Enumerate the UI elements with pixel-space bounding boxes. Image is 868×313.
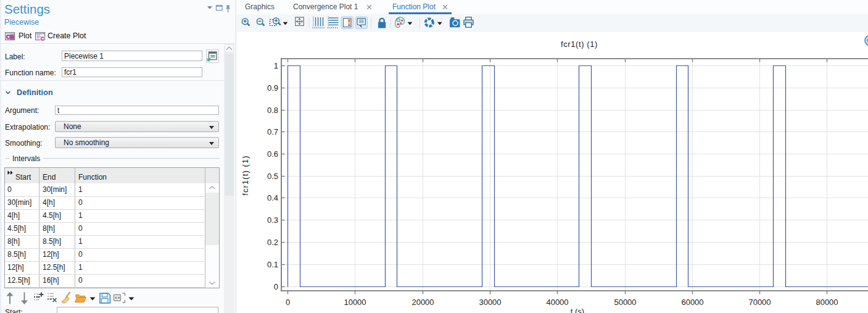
svg-text:10000: 10000 <box>344 298 366 307</box>
svg-text:0.6: 0.6 <box>267 149 278 159</box>
svg-text:fcr1(t) (1): fcr1(t) (1) <box>561 40 598 49</box>
svg-text:0.8: 0.8 <box>267 106 278 115</box>
svg-text:30000: 30000 <box>479 298 501 307</box>
svg-text:40000: 40000 <box>546 298 568 307</box>
svg-text:1: 1 <box>274 61 278 70</box>
svg-text:0.5: 0.5 <box>267 172 278 181</box>
svg-text:0.1: 0.1 <box>267 260 278 269</box>
svg-text:0: 0 <box>274 282 278 291</box>
svg-text:fcr1(t) (1): fcr1(t) (1) <box>241 155 250 196</box>
svg-text:t (s): t (s) <box>571 307 584 313</box>
svg-text:0.4: 0.4 <box>267 193 278 202</box>
svg-text:80000: 80000 <box>816 298 838 307</box>
svg-text:0.3: 0.3 <box>267 215 278 225</box>
svg-text:0.2: 0.2 <box>267 238 278 247</box>
svg-text:0: 0 <box>286 298 290 307</box>
svg-text:50000: 50000 <box>614 298 636 307</box>
svg-text:20000: 20000 <box>411 298 434 307</box>
svg-text:70000: 70000 <box>748 298 771 307</box>
svg-text:0.7: 0.7 <box>267 127 278 136</box>
svg-text:60000: 60000 <box>681 298 703 307</box>
svg-text:0.9: 0.9 <box>267 83 278 93</box>
